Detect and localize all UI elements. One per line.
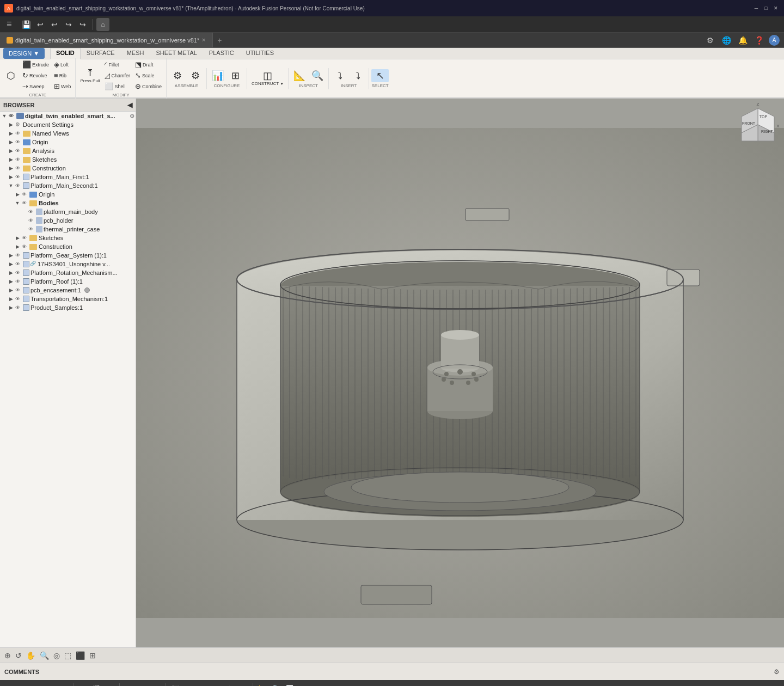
insert-button-2[interactable]: ⤵ — [349, 69, 366, 82]
tree-root[interactable]: 👁 digital_twin_enabled_smart_s... ⚙ — [0, 112, 136, 120]
sketches-2-eye[interactable]: 👁 — [22, 235, 28, 241]
tree-item-gear-system[interactable]: 👁 Platform_Gear_System (1):1 — [7, 251, 136, 260]
window-zoom-icon[interactable]: ◎ — [53, 651, 60, 660]
roof-arrow[interactable] — [8, 278, 14, 285]
nav-play[interactable]: ▶ — [30, 682, 42, 686]
nav-prev[interactable]: ◀ — [17, 682, 29, 686]
pms-eye[interactable]: 👁 — [15, 182, 22, 189]
tool-1[interactable]: ⬛ — [169, 682, 181, 686]
gs-arrow[interactable] — [8, 252, 14, 259]
tab-surface[interactable]: SURFACE — [81, 48, 121, 59]
save-button[interactable]: 💾 — [20, 18, 33, 31]
avatar[interactable]: A — [769, 35, 780, 46]
active-tab[interactable]: digital_twin_enabled_smart_shipping_work… — [0, 33, 213, 47]
revolve-button[interactable]: ↻Revolve — [20, 70, 51, 81]
doc-settings-arrow[interactable] — [8, 121, 14, 128]
extrude-button[interactable]: ⬛Extrude — [20, 59, 51, 70]
comments-expand-icon[interactable]: ⚙ — [774, 668, 780, 676]
scale-button[interactable]: ⤡Scale — [133, 70, 164, 81]
insert-button-1[interactable]: ⤵ — [331, 69, 348, 82]
measure-button[interactable]: 📐 — [291, 69, 308, 82]
tree-item-pcb-holder[interactable]: 👁 pcb_holder — [20, 216, 136, 225]
nav-last[interactable]: ▶| — [58, 682, 70, 686]
notification-icon[interactable]: 🔔 — [736, 34, 749, 47]
construction-2-arrow[interactable] — [14, 243, 21, 250]
orbit-icon[interactable]: ↺ — [15, 651, 22, 660]
tree-root-eye[interactable]: 👁 — [9, 113, 15, 119]
close-button[interactable]: ✕ — [772, 4, 780, 12]
named-views-arrow[interactable] — [8, 130, 14, 137]
tool-6[interactable]: ⊕ — [237, 682, 249, 686]
chamfer-button[interactable]: ◿Chamfer — [102, 70, 132, 81]
shell-button[interactable]: ⬜Shell — [102, 81, 132, 91]
display-icon[interactable]: ⬚ — [123, 682, 135, 686]
pcbe-arrow[interactable] — [8, 287, 14, 293]
origin-2-arrow[interactable] — [14, 191, 21, 198]
gs-eye[interactable]: 👁 — [15, 252, 22, 259]
tree-item-document-settings[interactable]: ⚙ Document Settings — [7, 120, 136, 129]
design-dropdown[interactable]: DESIGN ▼ — [0, 48, 48, 59]
pms-arrow[interactable] — [8, 182, 14, 189]
globe-icon[interactable]: 🌐 — [720, 34, 733, 47]
ps-eye[interactable]: 👁 — [15, 304, 22, 311]
view-style-icon[interactable]: ⬛ — [76, 651, 85, 660]
transport-arrow[interactable] — [8, 296, 14, 302]
bodies-arrow[interactable] — [14, 200, 21, 206]
tree-item-transport[interactable]: 👁 Transportation_Mechanism:1 — [7, 295, 136, 303]
17hs-arrow[interactable] — [8, 261, 14, 267]
origin-arrow[interactable] — [8, 139, 14, 145]
redo-button-2[interactable]: ↪ — [76, 18, 89, 31]
tab-utilities[interactable]: UTILITIES — [240, 48, 280, 59]
pmf-arrow[interactable] — [8, 174, 14, 180]
transport-eye[interactable]: 👁 — [15, 296, 22, 302]
tab-solid[interactable]: SOLID — [50, 48, 81, 59]
pcbh-eye[interactable]: 👁 — [28, 217, 35, 224]
loft-button[interactable]: ◈Loft — [52, 59, 73, 70]
redo-button[interactable]: ↪ — [62, 18, 75, 31]
origin-2-eye[interactable]: 👁 — [22, 191, 28, 198]
tree-item-platform-main-body[interactable]: 👁 platform_main_body — [20, 207, 136, 216]
joint-button[interactable]: ⚙ — [169, 69, 186, 82]
home-button[interactable]: ⌂ — [96, 18, 109, 31]
tree-item-origin[interactable]: 👁 Origin — [7, 138, 136, 146]
named-views-eye[interactable]: 👁 — [15, 130, 22, 137]
animation-icon[interactable]: 🎬 — [90, 682, 102, 686]
tree-item-named-views[interactable]: 👁 Named Views — [7, 129, 136, 138]
hand-icon[interactable]: ✋ — [26, 651, 35, 660]
settings-icon[interactable]: ⚙ — [703, 34, 716, 47]
fillet-button[interactable]: ◜Fillet — [102, 59, 132, 70]
tab-close-icon[interactable]: ✕ — [201, 37, 206, 43]
tab-mesh[interactable]: MESH — [121, 48, 150, 59]
new-tab-button[interactable]: + — [213, 33, 226, 47]
tree-item-thermal-printer-case[interactable]: 👁 thermal_printer_case — [20, 225, 136, 234]
construct-dropdown-button[interactable]: ◫ CONSTRUCT ▼ — [249, 69, 286, 87]
tab-plastic[interactable]: PLASTIC — [203, 48, 240, 59]
tree-item-roof[interactable]: 👁 Platform_Roof (1):1 — [7, 277, 136, 286]
tree-item-platform-main-second[interactable]: 👁 Platform_Main_Second:1 — [7, 181, 136, 190]
zoom-icon[interactable]: 🔍 — [40, 651, 49, 660]
draft-button[interactable]: ⬔Draft — [133, 59, 164, 70]
tree-item-sketches-1[interactable]: 👁 Sketches — [7, 155, 136, 164]
tree-item-origin-2[interactable]: 👁 Origin — [13, 190, 136, 199]
tool-2[interactable]: ◈ — [183, 682, 195, 686]
tree-item-sketches-2[interactable]: 👁 Sketches — [13, 234, 136, 242]
view-icon[interactable]: 👁 — [104, 682, 116, 686]
pmb-eye[interactable]: 👁 — [28, 209, 35, 215]
new-component-button[interactable]: ⬡ — [2, 69, 20, 82]
construction-1-eye[interactable]: 👁 — [15, 165, 22, 171]
inspect-button[interactable]: 🔍 — [309, 69, 326, 82]
fit-icon[interactable]: ⬚ — [64, 651, 71, 660]
origin-eye[interactable]: 👁 — [15, 139, 22, 145]
rotation-arrow[interactable] — [8, 270, 14, 276]
tree-item-pcb-encasement[interactable]: 👁 pcb_encasement:1 — [7, 286, 136, 295]
as-built-joint-button[interactable]: ⚙ — [187, 69, 204, 82]
roof-eye[interactable]: 👁 — [15, 278, 22, 285]
analysis-arrow[interactable] — [8, 148, 14, 154]
17hs-eye[interactable]: 👁 — [15, 261, 22, 267]
maximize-button[interactable]: □ — [762, 4, 770, 12]
tree-item-rotation[interactable]: 👁 Platform_Rotation_Mechanism... — [7, 268, 136, 277]
menu-hamburger[interactable]: ☰ — [2, 19, 16, 30]
tree-item-analysis[interactable]: 👁 Analysis — [7, 146, 136, 155]
ps-arrow[interactable] — [8, 304, 14, 311]
tool-3[interactable]: ⊞ — [197, 682, 209, 686]
